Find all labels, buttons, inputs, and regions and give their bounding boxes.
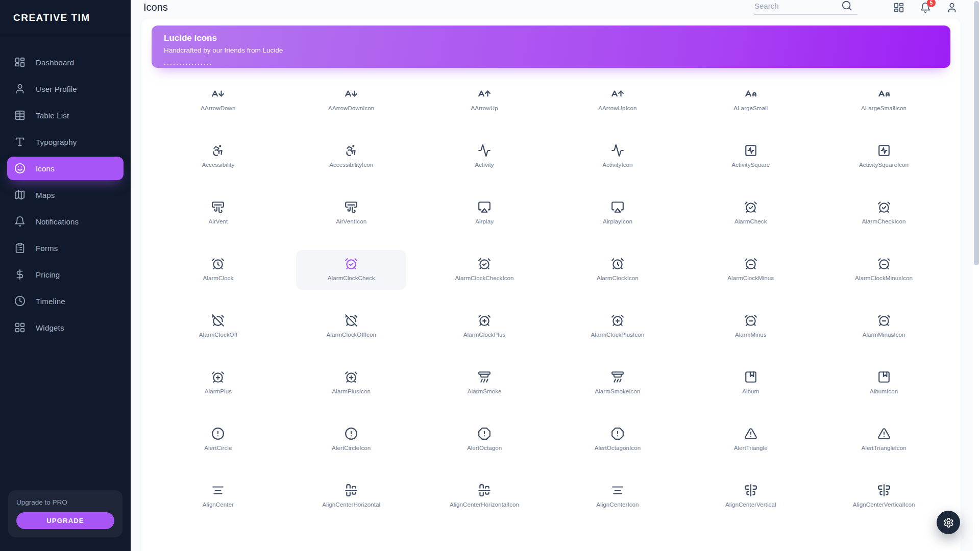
sidebar-item-user-profile[interactable]: User Profile xyxy=(7,77,124,101)
sidebar-item-widgets[interactable]: Widgets xyxy=(7,316,124,339)
icon-cell-AlertTriangleIcon[interactable]: AlertTriangleIcon xyxy=(829,420,939,460)
icon-label: AlarmClockCheckIcon xyxy=(455,275,514,281)
icon-cell-AlarmClockMinusIcon[interactable]: AlarmClockMinusIcon xyxy=(829,250,939,290)
icon-cell-AlignCenterHorizontalIcon[interactable]: AlignCenterHorizontalIcon xyxy=(429,477,540,516)
sidebar-item-maps[interactable]: Maps xyxy=(7,183,124,207)
icon-cell-AlertOctagon[interactable]: AlertOctagon xyxy=(429,420,540,460)
icon-cell-AlarmClock[interactable]: AlarmClock xyxy=(163,250,273,290)
activity-icon xyxy=(611,144,624,157)
icon-cell-AccessibilityIcon[interactable]: AccessibilityIcon xyxy=(296,137,406,177)
icon-cell-AlignCenter[interactable]: AlignCenter xyxy=(163,477,273,516)
icon-cell-Airplay[interactable]: Airplay xyxy=(429,193,540,233)
icon-cell-AlertOctagonIcon[interactable]: AlertOctagonIcon xyxy=(562,420,673,460)
icon-cell-AlarmPlusIcon[interactable]: AlarmPlusIcon xyxy=(296,363,406,403)
icon-cell-AlarmClockOff[interactable]: AlarmClockOff xyxy=(163,307,273,346)
icon-label: AlertOctagonIcon xyxy=(595,445,641,451)
icon-cell-AlarmClockMinus[interactable]: AlarmClockMinus xyxy=(696,250,806,290)
icon-cell-ALargeSmallIcon[interactable]: ALargeSmallIcon xyxy=(829,80,939,120)
icon-cell-AlarmClockCheckIcon[interactable]: AlarmClockCheckIcon xyxy=(429,250,540,290)
icon-cell-AlertTriangle[interactable]: AlertTriangle xyxy=(696,420,806,460)
settings-fab[interactable] xyxy=(937,511,960,534)
profile-button[interactable] xyxy=(946,2,958,13)
a-large-small-icon xyxy=(744,87,757,101)
search-icon[interactable] xyxy=(841,0,852,11)
icon-label: AirVent xyxy=(209,218,228,224)
sidebar-item-label: Icons xyxy=(36,164,55,173)
upgrade-text: Upgrade to PRO xyxy=(16,498,114,506)
icon-cell-AlarmMinusIcon[interactable]: AlarmMinusIcon xyxy=(829,307,939,346)
a-arrow-up-icon xyxy=(611,87,624,101)
notifications-button[interactable]: 5 xyxy=(920,2,931,13)
icon-label: AlarmPlus xyxy=(205,388,232,394)
icon-cell-AirVentIcon[interactable]: AirVentIcon xyxy=(296,193,406,233)
sidebar-item-icons[interactable]: Icons xyxy=(7,157,124,180)
icon-cell-AlarmCheck[interactable]: AlarmCheck xyxy=(696,193,806,233)
icon-cell-AlignCenterIcon[interactable]: AlignCenterIcon xyxy=(562,477,673,516)
sidebar-item-timeline[interactable]: Timeline xyxy=(7,289,124,313)
align-center-horizontal-icon xyxy=(478,484,491,497)
icon-label: ActivityIcon xyxy=(602,162,632,168)
sidebar-item-pricing[interactable]: Pricing xyxy=(7,263,124,286)
icon-label: AirVentIcon xyxy=(336,218,366,224)
apps-grid-button[interactable] xyxy=(893,2,904,13)
icon-cell-AlertCircleIcon[interactable]: AlertCircleIcon xyxy=(296,420,406,460)
icon-cell-AlertCircle[interactable]: AlertCircle xyxy=(163,420,273,460)
icon-cell-AlarmPlus[interactable]: AlarmPlus xyxy=(163,363,273,403)
icon-cell-AlbumIcon[interactable]: AlbumIcon xyxy=(829,363,939,403)
search-input[interactable] xyxy=(754,2,841,10)
icon-cell-Album[interactable]: Album xyxy=(696,363,806,403)
icon-label: AlarmClockMinusIcon xyxy=(855,275,913,281)
alarm-clock-plus-icon xyxy=(345,370,358,384)
icon-cell-AirplayIcon[interactable]: AirplayIcon xyxy=(562,193,673,233)
icon-cell-ALargeSmall[interactable]: ALargeSmall xyxy=(696,80,806,120)
icon-cell-AArrowDownIcon[interactable]: AArrowDownIcon xyxy=(296,80,406,120)
layout-grid-icon xyxy=(14,322,26,333)
icon-cell-AArrowDown[interactable]: AArrowDown xyxy=(163,80,273,120)
icon-cell-AlignCenterVertical[interactable]: AlignCenterVertical xyxy=(696,477,806,516)
icon-cell-ActivityIcon[interactable]: ActivityIcon xyxy=(562,137,673,177)
icon-cell-ActivitySquare[interactable]: ActivitySquare xyxy=(696,137,806,177)
icon-label: AlarmClock xyxy=(203,275,234,281)
icon-cell-AlarmClockIcon[interactable]: AlarmClockIcon xyxy=(562,250,673,290)
icon-label: AlarmClockOff xyxy=(199,332,237,338)
align-center-icon xyxy=(211,484,225,497)
alarm-clock-minus-icon xyxy=(744,314,757,327)
table-icon xyxy=(14,110,26,121)
alarm-clock-check-icon xyxy=(744,201,757,214)
icon-cell-AirVent[interactable]: AirVent xyxy=(163,193,273,233)
a-arrow-down-icon xyxy=(211,87,225,101)
sidebar-item-dashboard[interactable]: Dashboard xyxy=(7,51,124,74)
sidebar-item-typography[interactable]: Typography xyxy=(7,130,124,154)
icon-cell-AArrowUp[interactable]: AArrowUp xyxy=(429,80,540,120)
icon-cell-AlarmCheckIcon[interactable]: AlarmCheckIcon xyxy=(829,193,939,233)
icon-cell-AlarmClockPlus[interactable]: AlarmClockPlus xyxy=(429,307,540,346)
sidebar-item-table-list[interactable]: Table List xyxy=(7,104,124,127)
scrollbar-thumb[interactable] xyxy=(974,1,979,265)
icon-cell-ActivitySquareIcon[interactable]: ActivitySquareIcon xyxy=(829,137,939,177)
icon-cell-AlarmClockPlusIcon[interactable]: AlarmClockPlusIcon xyxy=(562,307,673,346)
icon-cell-AlarmClockCheck[interactable]: AlarmClockCheck xyxy=(296,250,406,290)
alarm-clock-plus-icon xyxy=(211,370,225,384)
icon-cell-AArrowUpIcon[interactable]: AArrowUpIcon xyxy=(562,80,673,120)
icon-cell-AlarmSmokeIcon[interactable]: AlarmSmokeIcon xyxy=(562,363,673,403)
icon-cell-Accessibility[interactable]: Accessibility xyxy=(163,137,273,177)
icon-cell-AlarmMinus[interactable]: AlarmMinus xyxy=(696,307,806,346)
alarm-clock-check-icon xyxy=(877,201,891,214)
icon-label: AlbumIcon xyxy=(870,388,898,394)
activity-square-icon xyxy=(877,144,891,157)
icon-cell-Activity[interactable]: Activity xyxy=(429,137,540,177)
icon-cell-AlignCenterVerticalIcon[interactable]: AlignCenterVerticalIcon xyxy=(829,477,939,516)
icon-cell-AlarmClockOffIcon[interactable]: AlarmClockOffIcon xyxy=(296,307,406,346)
sidebar-item-notifications[interactable]: Notifications xyxy=(7,210,124,233)
alarm-clock-off-icon xyxy=(211,314,225,327)
upgrade-button[interactable]: UPGRADE xyxy=(16,512,114,529)
alarm-clock-check-icon xyxy=(478,257,491,270)
air-vent-icon xyxy=(211,201,225,214)
accessibility-icon xyxy=(345,144,358,157)
alert-triangle-icon xyxy=(744,427,757,440)
sidebar-item-forms[interactable]: Forms xyxy=(7,236,124,260)
align-center-horizontal-icon xyxy=(345,484,358,497)
alarm-clock-minus-icon xyxy=(744,257,757,270)
icon-cell-AlarmSmoke[interactable]: AlarmSmoke xyxy=(429,363,540,403)
icon-cell-AlignCenterHorizontal[interactable]: AlignCenterHorizontal xyxy=(296,477,406,516)
